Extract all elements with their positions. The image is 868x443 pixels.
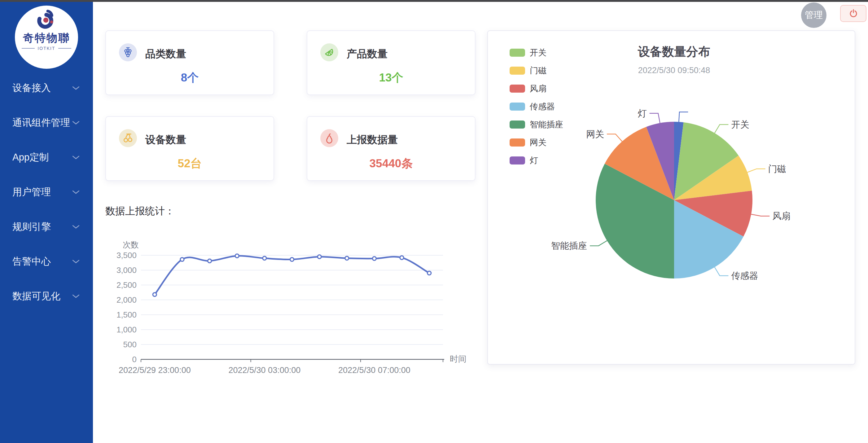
chevron-down-icon (72, 86, 79, 90)
line-data-point[interactable] (290, 257, 294, 261)
svg-text:2022/5/30 07:00:00: 2022/5/30 07:00:00 (338, 366, 410, 375)
svg-text:2022/5/29 23:00:00: 2022/5/29 23:00:00 (119, 366, 191, 375)
sidebar: 奇特物聯 IOTKIT 设备接入通讯组件管理App定制用户管理规则引擎告警中心数… (0, 2, 93, 443)
pie-slice-label: 灯 (638, 108, 647, 118)
stat-card-title: 上报数据量 (347, 133, 398, 147)
sidebar-item-2[interactable]: App定制 (0, 140, 93, 175)
pie-label-leader (590, 241, 608, 246)
legend-swatch (509, 49, 525, 57)
device-distribution-card: 开关门磁风扇传感器智能插座网关灯 设备数量分布 2022/5/30 09:50:… (487, 30, 855, 365)
pie-label-leader (650, 114, 660, 124)
chevron-down-icon (72, 190, 79, 194)
cherries-icon (119, 129, 137, 147)
sidebar-item-label: 用户管理 (12, 186, 51, 198)
legend-item-5[interactable]: 网关 (509, 137, 563, 148)
stat-card-category-count: 品类数量 8个 (105, 30, 274, 95)
legend-swatch (509, 102, 525, 110)
chevron-down-icon (72, 156, 79, 160)
pie-slice-label: 门磁 (768, 164, 786, 174)
window-top-strip (0, 0, 868, 2)
logo-divider-line (22, 48, 35, 49)
line-data-point[interactable] (400, 256, 404, 260)
stat-card-device-count: 设备数量 52台 (105, 116, 274, 181)
chevron-down-icon (72, 294, 79, 298)
legend-label: 开关 (530, 47, 547, 58)
sidebar-item-label: 告警中心 (12, 255, 51, 268)
pie-chart-title: 设备数量分布 (581, 43, 767, 60)
svg-text:0: 0 (132, 355, 136, 364)
svg-text:时间: 时间 (450, 354, 467, 364)
sidebar-item-1[interactable]: 通讯组件管理 (0, 105, 93, 140)
stat-card-value: 52台 (106, 156, 274, 171)
stat-card-title: 产品数量 (347, 47, 388, 61)
pie-slice-label: 传感器 (731, 271, 758, 281)
line-data-point[interactable] (317, 255, 321, 259)
line-data-point[interactable] (153, 293, 156, 296)
svg-text:次数: 次数 (123, 240, 139, 249)
legend-swatch (509, 156, 525, 164)
pie-label-leader (607, 134, 623, 142)
line-data-point[interactable] (428, 272, 431, 275)
legend-label: 智能插座 (530, 119, 563, 130)
stat-card-report-count: 上报数据量 35440条 (307, 116, 475, 181)
lime-icon (320, 43, 338, 61)
legend-label: 网关 (530, 137, 547, 148)
legend-swatch (509, 67, 525, 75)
svg-text:1,000: 1,000 (117, 325, 136, 334)
pie-label-leader (679, 112, 688, 123)
line-data-point[interactable] (372, 257, 376, 260)
sidebar-item-label: 数据可见化 (12, 290, 60, 303)
legend-label: 传感器 (530, 101, 555, 112)
svg-text:2022/5/30 03:00:00: 2022/5/30 03:00:00 (228, 366, 301, 375)
svg-text:3,500: 3,500 (117, 251, 136, 260)
legend-swatch (509, 138, 525, 147)
stat-card-title: 品类数量 (145, 47, 186, 61)
svg-text:3,000: 3,000 (117, 265, 136, 275)
sidebar-item-5[interactable]: 告警中心 (0, 244, 93, 279)
legend-item-2[interactable]: 风扇 (509, 83, 563, 94)
sidebar-item-3[interactable]: 用户管理 (0, 175, 93, 210)
stat-card-product-count: 产品数量 13个 (307, 30, 475, 95)
stat-card-title: 设备数量 (145, 133, 186, 147)
stat-card-value: 35440条 (307, 156, 475, 171)
legend-item-0[interactable]: 开关 (509, 47, 563, 58)
avatar-label: 管理 (805, 9, 823, 21)
line-data-point[interactable] (235, 254, 239, 258)
logo-divider-line (58, 48, 71, 49)
svg-text:2,000: 2,000 (117, 295, 136, 305)
logo-swirl-icon (34, 8, 59, 32)
sidebar-item-label: 设备接入 (12, 82, 51, 94)
svg-text:500: 500 (123, 340, 136, 349)
legend-label: 风扇 (530, 83, 547, 94)
line-data-point[interactable] (180, 257, 184, 261)
sidebar-item-label: App定制 (12, 151, 49, 164)
legend-swatch (509, 121, 525, 129)
legend-item-3[interactable]: 传感器 (509, 101, 563, 112)
line-data-point[interactable] (263, 256, 267, 260)
pie-legend: 开关门磁风扇传感器智能插座网关灯 (509, 47, 563, 173)
legend-label: 门磁 (530, 65, 547, 76)
pie-title-block: 设备数量分布 2022/5/30 09:50:48 (581, 43, 767, 75)
line-data-point[interactable] (345, 256, 349, 260)
app-logo[interactable]: 奇特物聯 IOTKIT (15, 6, 78, 69)
sidebar-item-0[interactable]: 设备接入 (0, 71, 93, 105)
legend-label: 灯 (530, 155, 538, 166)
grapes-icon (119, 43, 137, 61)
sidebar-item-label: 通讯组件管理 (12, 116, 70, 129)
legend-item-6[interactable]: 灯 (509, 155, 563, 166)
pie-slice-label: 风扇 (772, 211, 790, 221)
chevron-down-icon (72, 121, 79, 125)
chevron-down-icon (72, 225, 79, 229)
pie-slice-label: 网关 (586, 129, 604, 139)
pie-chart-timestamp: 2022/5/30 09:50:48 (581, 66, 767, 75)
logo-title: 奇特物聯 (23, 32, 70, 43)
line-chart[interactable]: 05001,0001,5002,0002,5003,0003,5002022/5… (102, 234, 474, 383)
line-data-point[interactable] (208, 259, 212, 263)
logout-button[interactable] (840, 5, 866, 22)
stat-card-value: 8个 (106, 70, 274, 86)
sidebar-item-4[interactable]: 规则引擎 (0, 210, 93, 244)
user-avatar[interactable]: 管理 (801, 2, 827, 28)
legend-item-4[interactable]: 智能插座 (509, 119, 563, 130)
sidebar-item-6[interactable]: 数据可见化 (0, 279, 93, 314)
legend-item-1[interactable]: 门磁 (509, 65, 563, 76)
